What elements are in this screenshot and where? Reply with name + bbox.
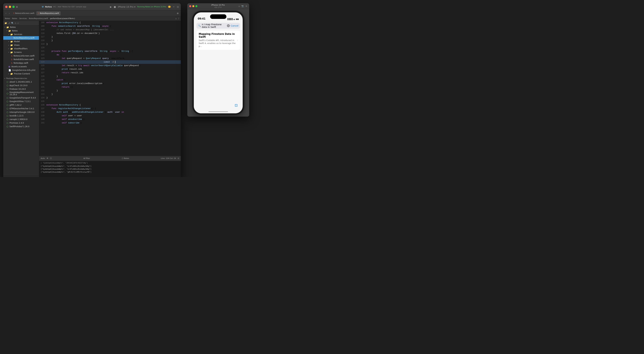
sim-minimize-button[interactable] — [192, 5, 194, 7]
sidebar-item-viewmodifiers[interactable]: ▸ 📁 ViewModifiers — [3, 47, 39, 50]
sidebar-item-swiftprotobuf[interactable]: ⬡ SwiftProtobuf 1.26.0 — [3, 125, 39, 128]
sidebar-item-plist[interactable]: 📄 GoogleService-Info.plist — [3, 68, 39, 72]
code-editor[interactable]: 108 extension NotesRepository { 109 func… — [39, 21, 181, 156]
sidebar-item-notesapp[interactable]: S NotesApp.swift — [3, 61, 39, 65]
debug-console[interactable]: [ "GybbVqm9jHoaodmWpYv", "JEKS4KZ1BTArK0… — [39, 161, 181, 177]
code-line-117: 117 } — [39, 35, 181, 39]
sim-zoom-button[interactable] — [196, 5, 198, 7]
chevron-down-icon: ▾ — [8, 34, 9, 35]
sidebar-item-services[interactable]: ▾ 📁 Services — [3, 32, 39, 36]
ios-search-clear-button[interactable]: ✕ — [227, 24, 230, 27]
issues-icon[interactable]: ⚠ — [15, 22, 16, 24]
ios-search-result[interactable]: Mapping Firestore Data in Swift Swift's … — [196, 30, 240, 50]
package-icon: ⬡ — [6, 115, 8, 117]
warning-badge[interactable]: 2 — [168, 6, 171, 8]
jump-icon[interactable]: ⤴ — [178, 18, 179, 20]
scheme-selector[interactable]: iPhone 15 Pro ▾ — [118, 6, 136, 8]
sidebar-section-packages[interactable]: ▸ Package Dependencies — [3, 76, 39, 80]
search-icon[interactable]: 🔍 — [11, 22, 14, 24]
folder-icon[interactable]: 📁 — [4, 22, 7, 24]
sidebar-toggle-icon[interactable]: ⊞ — [16, 6, 18, 8]
sidebar-item-datatransport[interactable]: ⬡ GoogleDataTransport 9.4.0 — [3, 96, 39, 100]
forward-button[interactable]: › — [8, 12, 10, 15]
screenshot-icon[interactable]: 📷 — [242, 5, 244, 7]
bc-services[interactable]: Services — [19, 18, 27, 20]
run-button[interactable]: ▶ — [110, 6, 112, 8]
swift-icon: S — [38, 12, 39, 14]
xcode-icon: ⚒ — [42, 6, 44, 8]
run-status-text: Running Notes on iPhone 15 Pro — [137, 6, 166, 8]
bc-notes[interactable]: Notes — [12, 18, 17, 20]
warning-icon[interactable]: ⚠ — [175, 18, 177, 20]
sidebar-item-firebase[interactable]: ⬡ Firebase 10.24.0 — [3, 87, 39, 91]
code-line-120: 120 — [39, 46, 181, 50]
sidebar-item-notes-project[interactable]: ▾ 📁 Notes — [3, 26, 39, 29]
ios-cancel-button[interactable]: Cancel — [231, 24, 238, 27]
sidebar-item-notes-group[interactable]: ▾ 📁 Notes — [3, 29, 39, 32]
sidebar-item-screens[interactable]: ▾ 📁 Screens — [3, 50, 39, 54]
notes-label: Notes — [124, 157, 129, 160]
filter-icon[interactable]: ⊞ Filter — [84, 157, 90, 160]
sidebar-item-noteeditscreen[interactable]: S NoteEditScreen.swift — [3, 58, 39, 61]
sidebar-item-label: GoogleService-Info.plist — [12, 69, 36, 71]
tab-label: NotesRepository.swift — [40, 12, 59, 14]
sidebar-item-abseil[interactable]: ⬡ abseil 1.2024011601.1 — [3, 80, 39, 84]
sidebar-item-appcheck[interactable]: ⬡ AppCheck 10.19.0 — [3, 84, 39, 87]
add-tab-icon[interactable]: ＋ — [173, 5, 175, 8]
sidebar-item-googleutils[interactable]: ⬡ GoogleUtilities 7.13.1 — [3, 100, 39, 103]
xcode-window: ⊞ ⚒ Notes #1 - Add "Notes for iOS" sampl… — [3, 3, 181, 177]
tests-icon[interactable]: ◇ — [18, 22, 19, 24]
package-icon: ⬡ — [6, 122, 8, 124]
auto-mode[interactable]: Auto — [41, 157, 45, 160]
ios-compose-button[interactable]: ⊡ — [233, 102, 240, 108]
tab-notesrepository[interactable]: S NotesRepository.swift — [36, 11, 60, 16]
sim-close-button[interactable] — [189, 5, 191, 7]
code-line-132: 132 } — [39, 89, 181, 92]
zoom-button[interactable] — [12, 6, 15, 8]
tab-noteslistscreen[interactable]: S NotesListScreen.swift — [12, 11, 36, 16]
title-bar-icons: ▶ ■ iPhone 15 Pro ▾ Running Notes on iPh… — [110, 5, 179, 8]
add-icon[interactable]: ＋ — [4, 177, 6, 177]
sidebar-item-interop[interactable]: ⬡ InteropForGoogle 100.0.0 — [3, 110, 39, 114]
bc-notes-root[interactable]: Notes — [5, 18, 10, 20]
back-button[interactable]: ‹ — [5, 12, 7, 15]
chevron-right-icon: ▸ — [8, 41, 9, 42]
sidebar-item-noteslistscreen[interactable]: S NotesListScreen.swift — [3, 54, 39, 58]
title-bar: ⊞ ⚒ Notes #1 - Add "Notes for iOS" sampl… — [3, 3, 181, 10]
minimize-button[interactable] — [9, 6, 11, 8]
code-line-137: 137 func registerAuthChangeListener() { — [39, 107, 181, 110]
folder-icon: 📁 — [10, 72, 13, 75]
sidebar-item-label: nanopb 2.30910.0 — [10, 118, 27, 120]
eye-icon[interactable]: 👁 — [46, 157, 48, 160]
sidebar-item-views[interactable]: ▸ 📁 Views — [3, 43, 39, 47]
sidebar-item-notesrepository[interactable]: S NotesRepository.swift — [3, 36, 39, 40]
sidebar-item-leveldb[interactable]: ⬡ leveldb 1.22.5 — [3, 114, 39, 118]
bc-performquery[interactable]: performQuery(searchTerm:) — [50, 18, 75, 20]
bc-notesrepository[interactable]: NotesRepository.swift — [29, 18, 48, 20]
sidebar-item-nanopb[interactable]: ⬡ nanopb 2.30910.0 — [3, 118, 39, 121]
info-icon[interactable]: ⓘ — [50, 157, 52, 160]
sidebar-item-grpc[interactable]: ⬡ gRPC 1.62.2 — [3, 103, 39, 107]
sidebar-item-assets[interactable]: ⊞ Assets.xcassets — [3, 65, 39, 68]
inspector-toggle[interactable]: ⊞ — [176, 12, 179, 15]
stop-button[interactable]: ■ — [114, 6, 116, 8]
sidebar-item-googlemeasurement[interactable]: ⬡ GoogleAppMeasurement 10.24.0 — [3, 91, 39, 96]
settings-icon[interactable]: ⚙ — [246, 5, 247, 7]
split-editor-icon[interactable]: ⊡ — [177, 6, 179, 8]
sidebar-item-model[interactable]: ▸ 📁 Model — [3, 40, 39, 43]
ios-search-field[interactable]: n I map Firestone data in Swift — [202, 23, 226, 28]
sidebar-item-label: InteropForGoogle 100.0.0 — [10, 111, 34, 113]
close-button[interactable] — [5, 6, 8, 8]
folder-icon: 📁 — [10, 51, 13, 54]
ios-search-bar[interactable]: 🔍 n I map Firestone data in Swift ✕ Canc… — [196, 23, 240, 29]
sidebar-item-promises[interactable]: ⬡ Promises 2.4.0 — [3, 121, 39, 125]
package-icon: ⬡ — [6, 104, 8, 106]
sidebar-item-preview[interactable]: ▸ 📁 Preview Content — [3, 72, 39, 76]
folder-icon: 📁 — [8, 30, 11, 32]
sidebar-item-label: Services — [14, 33, 22, 36]
home-icon[interactable]: ⌂ — [238, 5, 240, 7]
layout-icon[interactable]: ⊡ — [178, 157, 179, 160]
sidebar-item-gtm[interactable]: ⬡ GTMSessionFetcher 3.4.1 — [3, 107, 39, 110]
source-control-icon[interactable]: ⎇ — [8, 22, 10, 24]
sim-ios-version: iOS 17.4 — [214, 6, 221, 8]
